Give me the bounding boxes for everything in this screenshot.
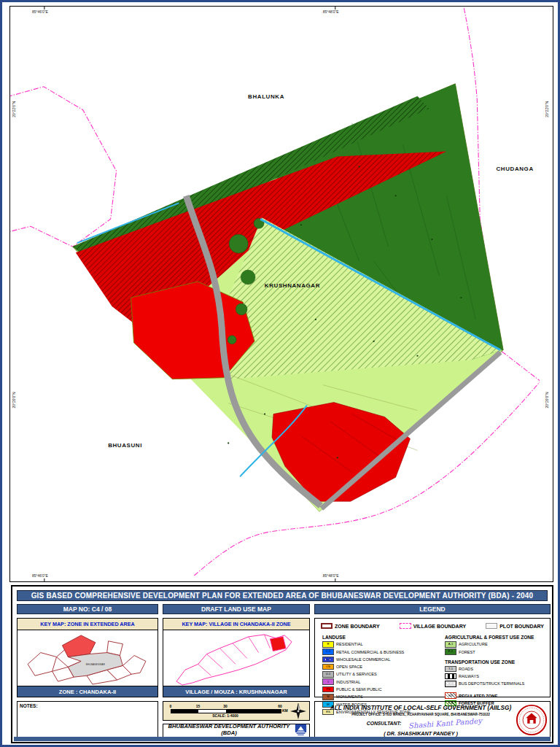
consultant-signature: Shashi Kant Pandey [408, 716, 482, 729]
key-map-zone-body: BHUBANESWAR [18, 630, 158, 686]
key-map-zone-graphic: BHUBANESWAR [18, 630, 158, 686]
village-name-footer: VILLAGE / MOUZA : KRUSHNANAGAR [163, 686, 309, 697]
legend-item-utility: U-1 UTILITY & SERVICES [322, 671, 440, 678]
legend-item-open-space: OS OPEN SPACE [322, 664, 440, 670]
village-boundary-swatch [400, 623, 411, 629]
aiilsg-seal-icon [516, 704, 548, 739]
consultant-name: ( DR. SHASHIKANT PANDEY ) [322, 730, 519, 737]
plot-boundary-item: PLOT BOUNDARY [486, 623, 544, 629]
bhubaneswar-label: BHUBANESWAR [86, 663, 106, 666]
key-map-village-body [163, 630, 309, 686]
scale-unit: KM [282, 708, 288, 713]
coord-right-top: 20°22'0"N [545, 101, 549, 117]
plot-boundary-swatch [486, 623, 497, 629]
coord-top-left: 85°46'0"E [32, 9, 49, 14]
map-sheet-page: { "title": "GIS BASED COMPREHENSIVE DEVE… [0, 0, 560, 747]
notes-label: NOTES: [20, 703, 38, 708]
scale-tick-0: 0 [170, 704, 172, 708]
coord-bottom-left: 85°46'0"E [32, 573, 49, 578]
legend-item-regulated-zone: RZ REGULATED ZONE [445, 692, 548, 699]
label-chudanga: CHUDANGA [496, 166, 533, 172]
swatch-monuments: M [322, 694, 334, 700]
consultant-row: CONSULTANT: Shashi Kant Pandey [344, 719, 505, 727]
north-arrow-icon [290, 703, 306, 722]
notes-box: NOTES: [17, 701, 158, 738]
panel-bottom-strip [14, 737, 551, 741]
main-map-frame: BHALUNKA CHUDANGA BHUASUNI KRUSHNANAGAR … [9, 6, 553, 582]
consultant-label: CONSULTANT: [367, 721, 402, 726]
scale-text: SCALE: 1:4000 [171, 713, 280, 718]
swatch-retail-commercial: C-1 [322, 649, 334, 655]
coord-right-bottom: 20°20'0"N [545, 392, 549, 409]
key-map-village: KEY MAP: VILLAGE IN CHANDAKA-II ZONE VIL… [163, 618, 310, 697]
scale-bar [171, 709, 281, 713]
legend-title: LEGEND [314, 604, 551, 614]
label-bhalunka: BHALUNKA [248, 93, 284, 100]
map-number: MAP NO: C4 / 08 [17, 604, 158, 614]
krushnanagar-highlight [270, 637, 286, 651]
key-map-village-title: KEY MAP: VILLAGE IN CHANDAKA-II ZONE [163, 619, 309, 630]
title-block-panel: GIS BASED COMPREHENSIVE DEVELOPMENT PLAN… [11, 585, 553, 743]
agri-forest-title: AGRICULTURAL & FOREST USE ZONE [445, 635, 548, 640]
swatch-utility: U-1 [322, 671, 334, 678]
legend-item-agriculture: A-1 AGRICULTURE [445, 641, 548, 648]
key-map-village-graphic [163, 630, 309, 686]
swatch-regulated-zone: RZ [445, 692, 456, 699]
swatch-forest: F-1 [445, 649, 456, 655]
swatch-bus-depots [445, 681, 456, 687]
legend-box: ZONE BOUNDARY VILLAGE BOUNDARY PLOT BOUN… [314, 618, 551, 697]
scale-tick-15: 15 [196, 704, 201, 708]
scale-tick-60: 60 [278, 704, 282, 708]
village-boundary-item: VILLAGE BOUNDARY [400, 623, 466, 629]
zone-boundary-swatch [321, 623, 332, 629]
zone-boundary-item: ZONE BOUNDARY [321, 623, 380, 629]
swatch-industrial: I [322, 678, 334, 685]
zone-name-footer: ZONE : CHANDAKA-II [18, 686, 158, 697]
boundary-legend-row: ZONE BOUNDARY VILLAGE BOUNDARY PLOT BOUN… [321, 622, 544, 630]
coord-left-bottom: 20°20'0"N [12, 392, 16, 409]
landuse-title: LANDUSE [322, 635, 440, 640]
swatch-residential: R [322, 641, 334, 648]
legend-item-residential: R RESIDENTIAL [322, 641, 440, 648]
label-krushnanagar: KRUSHNANAGAR [265, 282, 320, 289]
agri-transport-legend-column: AGRICULTURAL & FOREST USE ZONE A-1 AGRIC… [445, 634, 548, 708]
legend-item-retail-commercial: C-1 RETAIL COMMERCIAL & BUSINESS [322, 649, 440, 655]
main-map: BHALUNKA CHUDANGA BHUASUNI KRUSHNANAGAR … [10, 7, 553, 581]
legend-item-wholesale-commercial: C-2 WHOLESALE COMMERCIAL [322, 657, 440, 663]
legend-item-bus-depots: BUS DEPOTS/TRUCK TERMINALS [445, 681, 548, 687]
swatch-wholesale-commercial: C-2 [322, 657, 334, 663]
transport-title: TRANSPORTATION USE ZONE [445, 659, 548, 665]
aiilsg-name: ALL INDIA INSTITUTE OF LOCAL-SELF GOVERN… [322, 705, 519, 711]
legend-item-roads: T-1 ROADS [445, 666, 548, 673]
legend-item-railways: RAILWAYS [445, 673, 548, 680]
scale-bar-group: 0 15 30 60 KM SCALE: 1:4000 [171, 704, 280, 719]
aiilsg-box: ALL INDIA INSTITUTE OF LOCAL-SELF GOVERN… [314, 701, 551, 738]
legend-item-industrial: I INDUSTRIAL [322, 678, 440, 685]
map-type: DRAFT LAND USE MAP [163, 604, 310, 614]
coord-left-top: 20°22'0"N [12, 101, 16, 117]
bda-box: BHUBANESWAR DEVELOPMENT AUTHORITY (BDA) … [163, 724, 310, 738]
key-map-zone: KEY MAP: ZONE IN EXTENDED AREA BHUBANESW… [17, 618, 158, 697]
aiilsg-office: PROJECT OFFICE: SYED MANZIL, ACHARYAVIHA… [322, 713, 519, 716]
label-bhuasuni: BHUASUNI [108, 442, 142, 449]
swatch-open-space: OS [322, 664, 334, 670]
key-map-zone-title: KEY MAP: ZONE IN EXTENDED AREA [18, 619, 158, 630]
bda-name: BHUBANESWAR DEVELOPMENT AUTHORITY (BDA) [163, 723, 295, 736]
legend-item-public-semipublic: PS PUBLIC & SEMI PUBLIC [322, 686, 440, 693]
swatch-agriculture: A-1 [445, 641, 456, 648]
sheet-title: GIS BASED COMPREHENSIVE DEVELOPMENT PLAN… [17, 590, 548, 601]
swatch-railways [445, 673, 456, 680]
coord-bottom-right: 85°48'0"E [323, 573, 340, 578]
scale-box: 0 15 30 60 KM SCALE: 1:4000 [163, 701, 310, 721]
swatch-roads: T-1 [445, 666, 456, 673]
coord-top-right: 85°48'0"E [323, 9, 340, 14]
legend-item-forest: F-1 FOREST [445, 649, 548, 655]
scale-tick-30: 30 [223, 704, 228, 708]
swatch-public-semipublic: PS [322, 686, 334, 693]
legend-item-monuments: M MONUMENTS [322, 694, 440, 700]
